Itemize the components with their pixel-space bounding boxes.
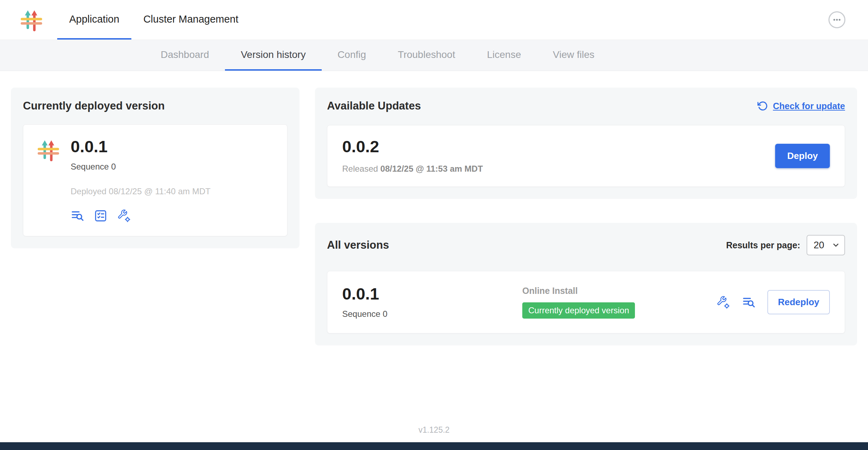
- tab-label: View files: [553, 49, 594, 60]
- version-row-status: Online Install Currently deployed versio…: [522, 286, 717, 319]
- deployed-sequence: Sequence 0: [71, 162, 210, 172]
- deploy-button[interactable]: Deploy: [775, 144, 830, 168]
- overflow-menu-button[interactable]: [828, 11, 845, 28]
- update-details: 0.0.2 Released 08/12/25 @ 11:53 am MDT: [342, 138, 483, 174]
- update-version-number: 0.0.2: [342, 138, 483, 155]
- tab-label: Troubleshoot: [398, 49, 455, 60]
- all-versions-header: All versions Results per page: 20: [327, 235, 845, 255]
- released-date: 08/12/25 @ 11:53 am MDT: [380, 164, 483, 173]
- tab-label: Dashboard: [161, 49, 209, 60]
- row-sequence: Sequence 0: [342, 309, 522, 319]
- topnav-spacer: [250, 0, 828, 40]
- topnav-tab-cluster-management[interactable]: Cluster Management: [131, 0, 250, 40]
- available-updates-title: Available Updates: [327, 100, 421, 112]
- results-per-page: Results per page: 20: [726, 235, 845, 255]
- console-version: v1.125.2: [418, 425, 450, 435]
- tab-config[interactable]: Config: [322, 40, 382, 71]
- version-row-details: 0.0.1 Sequence 0: [342, 285, 522, 319]
- config-wrench-icon[interactable]: [117, 209, 131, 223]
- preflight-checklist-icon[interactable]: [94, 209, 107, 223]
- tab-version-history[interactable]: Version history: [225, 40, 322, 71]
- released-label: Released: [342, 164, 378, 173]
- bottom-bar: [0, 442, 868, 450]
- available-updates-header: Available Updates Check for update: [327, 100, 845, 112]
- update-released-line: Released 08/12/25 @ 11:53 am MDT: [342, 164, 483, 174]
- redeploy-button[interactable]: Redeploy: [767, 290, 830, 314]
- app-logo-icon: [20, 8, 43, 31]
- tab-dashboard[interactable]: Dashboard: [145, 40, 225, 71]
- tab-label: Config: [338, 49, 366, 60]
- install-type-label: Online Install: [522, 286, 578, 296]
- update-row: 0.0.2 Released 08/12/25 @ 11:53 am MDT D…: [327, 125, 845, 187]
- check-for-update-label: Check for update: [773, 101, 845, 111]
- top-navbar: Application Cluster Management: [0, 0, 868, 40]
- app-subnav: Dashboard Version history Config Trouble…: [0, 40, 868, 71]
- ellipsis-icon: [832, 14, 842, 25]
- results-per-page-select-wrap: 20: [807, 235, 845, 255]
- config-wrench-icon[interactable]: [717, 296, 730, 309]
- tab-troubleshoot[interactable]: Troubleshoot: [382, 40, 471, 71]
- tab-view-files[interactable]: View files: [537, 40, 610, 71]
- topnav-tab-label: Cluster Management: [143, 13, 238, 25]
- currently-deployed-card: Currently deployed version 0.0.1 Sequenc…: [11, 88, 299, 248]
- topnav-tab-application[interactable]: Application: [57, 0, 131, 40]
- available-updates-card: Available Updates Check for update 0.0.2: [315, 88, 857, 199]
- deployed-version-panel: 0.0.1 Sequence 0 Deployed 08/12/25 @ 11:…: [23, 124, 287, 236]
- right-column: Available Updates Check for update 0.0.2: [315, 88, 857, 345]
- all-versions-card: All versions Results per page: 20: [315, 223, 857, 345]
- version-row: 0.0.1 Sequence 0 Online Install Currentl…: [327, 271, 845, 333]
- row-version-number: 0.0.1: [342, 285, 522, 302]
- deployed-status-badge: Currently deployed version: [522, 302, 635, 319]
- tab-label: License: [487, 49, 521, 60]
- deployed-card-title: Currently deployed version: [23, 100, 287, 112]
- version-row-actions: Redeploy: [717, 290, 830, 314]
- deployed-version-number: 0.0.1: [71, 138, 210, 155]
- deployed-timestamp: Deployed 08/12/25 @ 11:40 am MDT: [71, 186, 210, 196]
- logs-icon[interactable]: [742, 296, 755, 309]
- results-per-page-select[interactable]: 20: [807, 235, 845, 255]
- results-per-page-label: Results per page:: [726, 240, 800, 250]
- app-logo-icon: [37, 138, 60, 161]
- tab-license[interactable]: License: [471, 40, 537, 71]
- deployed-actions: [71, 209, 210, 223]
- check-for-update-link[interactable]: Check for update: [757, 101, 845, 111]
- all-versions-title: All versions: [327, 239, 389, 251]
- app-logo: [20, 0, 43, 40]
- footer: v1.125.2: [0, 418, 868, 442]
- main-content: Currently deployed version 0.0.1 Sequenc…: [0, 71, 868, 418]
- deployed-version-details: 0.0.1 Sequence 0 Deployed 08/12/25 @ 11:…: [71, 138, 210, 223]
- logs-icon[interactable]: [71, 209, 84, 223]
- topnav-tabs: Application Cluster Management: [57, 0, 250, 40]
- tab-label: Version history: [241, 49, 306, 60]
- topnav-tab-label: Application: [69, 13, 119, 25]
- refresh-icon: [757, 101, 768, 111]
